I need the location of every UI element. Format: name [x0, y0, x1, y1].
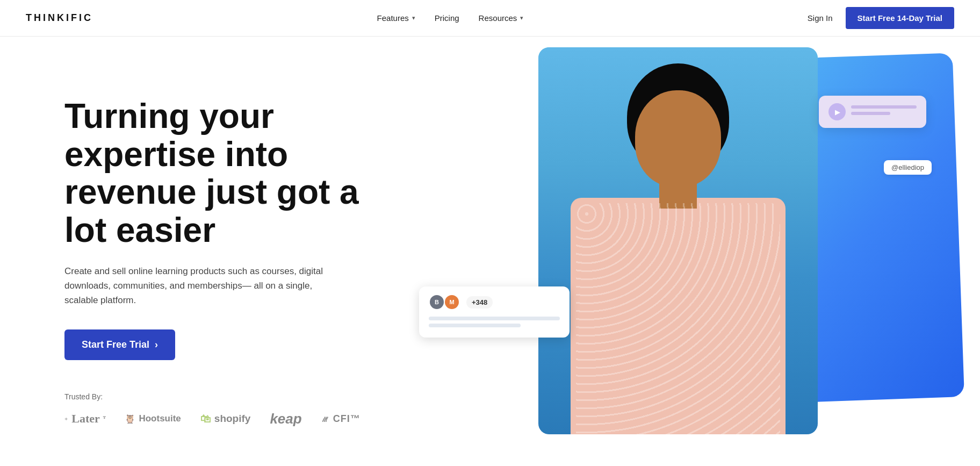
avatars-row: B M +348: [429, 294, 560, 310]
hero-section: Turning your expertise into revenue just…: [0, 37, 980, 466]
sign-in-link[interactable]: Sign In: [808, 13, 833, 23]
chevron-down-icon: ▾: [412, 15, 415, 21]
card-bottom-lines: [429, 317, 560, 327]
nav-item-pricing[interactable]: Pricing: [435, 13, 459, 23]
play-button: ▶: [828, 103, 846, 120]
hero-cta-button[interactable]: Start Free Trial ›: [64, 329, 175, 360]
trusted-label: Trusted By:: [64, 392, 398, 401]
navbar: THINKIFIC Features ▾ Pricing Resources ▾…: [0, 0, 980, 37]
video-card-overlay: ▶: [819, 96, 926, 128]
line-1: [429, 317, 560, 320]
logo-shopify: 🛍 shopify: [200, 413, 251, 425]
handle-label: @elliediop: [884, 160, 932, 175]
nav-right: Sign In Start Free 14-Day Trial: [808, 7, 954, 29]
logo-hootsuite: 🦉 Hootsuite: [125, 413, 181, 424]
trusted-logos: +Laterᵀ 🦉 Hootsuite 🛍 shopify keap ⫻ CFI…: [64, 411, 398, 427]
line-2: [429, 324, 521, 327]
hero-subtext: Create and sell online learning products…: [64, 264, 344, 308]
nav-item-features[interactable]: Features ▾: [377, 13, 415, 23]
line-short: [851, 112, 890, 115]
hero-illustration: ▶ @elliediop B M +348: [398, 69, 937, 456]
arrow-icon: ›: [155, 339, 158, 350]
hero-heading: Turning your expertise into revenue just…: [64, 97, 398, 249]
hero-person-card: [538, 47, 818, 434]
line-full: [851, 105, 917, 109]
chevron-down-icon: ▾: [520, 15, 523, 21]
logo[interactable]: THINKIFIC: [26, 12, 93, 24]
member-count: +348: [466, 296, 493, 309]
hero-content: Turning your expertise into revenue just…: [64, 97, 398, 427]
nav-item-resources[interactable]: Resources ▾: [479, 13, 524, 23]
nav-links: Features ▾ Pricing Resources ▾: [377, 13, 524, 23]
logo-keap: keap: [270, 411, 301, 427]
trial-button[interactable]: Start Free 14-Day Trial: [846, 7, 954, 29]
avatar-2: M: [444, 294, 460, 310]
members-card: B M +348: [419, 286, 570, 338]
trusted-section: Trusted By: +Laterᵀ 🦉 Hootsuite 🛍 shopif…: [64, 392, 398, 427]
avatar-1: B: [429, 294, 445, 310]
card-lines: [851, 105, 917, 118]
logo-cfi: ⫻ CFI™: [321, 413, 361, 425]
play-icon: ▶: [835, 108, 840, 116]
logo-later: +Laterᵀ: [64, 412, 105, 426]
